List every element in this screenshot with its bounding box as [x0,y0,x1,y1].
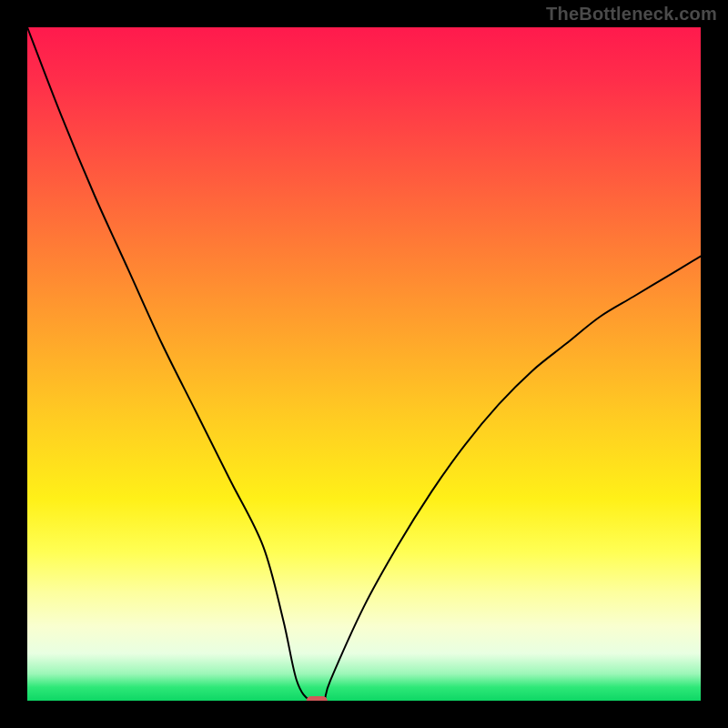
optimal-marker [307,697,327,701]
chart-frame: TheBottleneck.com [0,0,728,728]
plot-area [27,27,701,701]
watermark-text: TheBottleneck.com [546,4,717,25]
bottleneck-curve-svg [27,27,701,701]
bottleneck-curve [27,27,701,701]
